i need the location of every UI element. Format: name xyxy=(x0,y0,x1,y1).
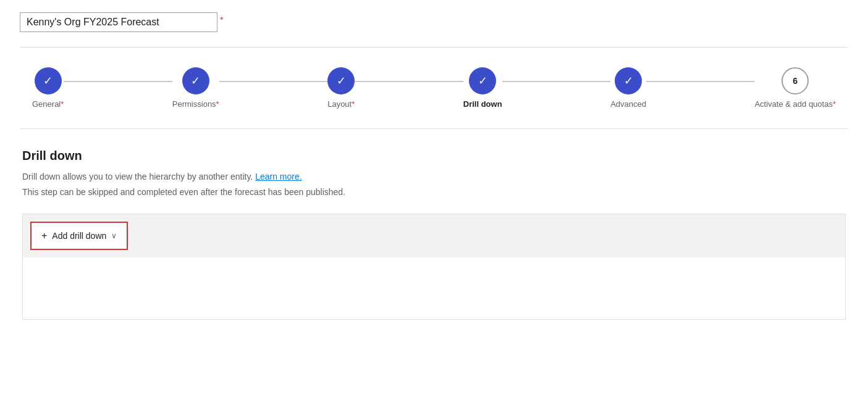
step-activate[interactable]: 6 Activate & add quotas* xyxy=(754,67,836,109)
chevron-down-icon: ∨ xyxy=(111,231,117,240)
line-1-2 xyxy=(64,81,172,82)
step-permissions[interactable]: ✓ Permissions* xyxy=(172,67,219,109)
section-description-1: Drill down allows you to view the hierar… xyxy=(22,170,846,183)
line-3-4 xyxy=(355,81,463,82)
step-label-general: General* xyxy=(32,99,64,109)
page-wrapper: * ✓ General* ✓ Permissions* ✓ Layout* xyxy=(0,0,868,332)
req-star-layout: * xyxy=(352,99,355,109)
checkmark-icon-layout: ✓ xyxy=(337,74,346,88)
add-drill-down-label: Add drill down xyxy=(52,231,106,241)
title-required-star: * xyxy=(220,15,223,25)
forecast-title-input[interactable] xyxy=(20,12,217,32)
section-title: Drill down xyxy=(22,149,846,163)
step-label-layout: Layout* xyxy=(327,99,355,109)
step-circle-layout: ✓ xyxy=(327,67,355,94)
step-circle-advanced: ✓ xyxy=(615,67,642,94)
checkmark-icon-drill-down: ✓ xyxy=(478,74,487,88)
step-drill-down[interactable]: ✓ Drill down xyxy=(463,67,502,109)
drill-down-empty-area xyxy=(23,257,845,319)
step-label-drill-down: Drill down xyxy=(463,99,502,109)
checkmark-icon-general: ✓ xyxy=(43,74,53,88)
add-drill-down-button[interactable]: + Add drill down ∨ xyxy=(30,222,128,250)
step-label-activate: Activate & add quotas* xyxy=(754,99,836,109)
req-star-general: * xyxy=(61,99,64,109)
top-divider xyxy=(20,47,848,48)
line-2-3 xyxy=(219,81,328,82)
step-circle-permissions: ✓ xyxy=(182,67,209,94)
step-advanced[interactable]: ✓ Advanced xyxy=(610,67,646,109)
learn-more-link[interactable]: Learn more. xyxy=(255,172,301,181)
step-number-activate: 6 xyxy=(793,76,798,86)
step-label-permissions: Permissions* xyxy=(172,99,219,109)
description-text-1: Drill down allows you to view the hierar… xyxy=(22,172,253,181)
add-drill-button-inner: + Add drill down ∨ xyxy=(41,230,117,241)
drill-down-container: + Add drill down ∨ xyxy=(22,214,846,320)
step-layout[interactable]: ✓ Layout* xyxy=(327,67,355,109)
plus-icon: + xyxy=(41,230,47,241)
step-circle-drill-down: ✓ xyxy=(469,67,496,94)
bottom-divider xyxy=(20,128,848,129)
checkmark-icon-advanced: ✓ xyxy=(624,74,633,88)
content-area: Drill down Drill down allows you to view… xyxy=(20,149,848,320)
checkmark-icon-permissions: ✓ xyxy=(191,74,200,88)
title-row: * xyxy=(20,12,848,32)
step-general[interactable]: ✓ General* xyxy=(32,67,64,109)
line-5-6 xyxy=(646,81,755,82)
section-description-2: This step can be skipped and completed e… xyxy=(22,186,846,199)
stepper: ✓ General* ✓ Permissions* ✓ Layout* ✓ xyxy=(20,67,848,109)
req-star-permissions: * xyxy=(216,99,219,109)
step-circle-general: ✓ xyxy=(35,67,62,94)
req-star-activate: * xyxy=(833,99,836,109)
line-4-5 xyxy=(502,81,611,82)
step-label-advanced: Advanced xyxy=(610,99,646,109)
step-circle-activate: 6 xyxy=(782,67,809,94)
